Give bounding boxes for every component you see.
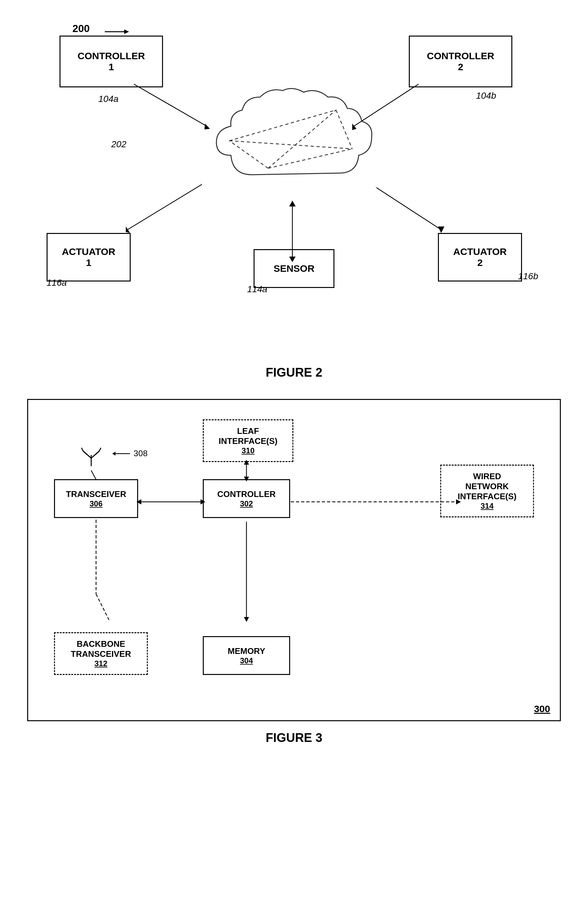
ref-114a: 114a xyxy=(247,284,267,294)
figure3-diagram: 308 LEAF INTERFACE(S) 310 TRANSCEIVER 30… xyxy=(27,399,561,721)
ref-202: 202 xyxy=(111,139,127,149)
sensor-box: SENSOR xyxy=(254,249,334,288)
svg-line-8 xyxy=(134,84,207,126)
ref-104a: 104a xyxy=(98,94,118,104)
controller302-box: CONTROLLER 302 xyxy=(203,479,290,518)
controller1-box: CONTROLLER 1 xyxy=(60,36,163,87)
actuator2-box: ACTUATOR 2 xyxy=(438,233,522,281)
svg-marker-1 xyxy=(124,29,129,34)
ref-116a: 116a xyxy=(47,278,67,288)
svg-line-28 xyxy=(81,448,83,451)
svg-line-20 xyxy=(376,188,441,230)
fig3-layout: 308 LEAF INTERFACE(S) 310 TRANSCEIVER 30… xyxy=(44,419,544,694)
page: 200 CONTROLLER 1 CONTROLLER 2 ACTUATOR 1… xyxy=(0,0,588,784)
ref-104b: 104b xyxy=(476,90,496,101)
ref-116b: 116b xyxy=(518,271,538,281)
svg-marker-16 xyxy=(199,182,204,187)
svg-line-26 xyxy=(83,451,87,455)
svg-line-14 xyxy=(127,184,202,230)
svg-marker-9 xyxy=(204,124,210,129)
transceiver-box: TRANSCEIVER 306 xyxy=(54,479,138,518)
arrow-308 xyxy=(112,450,132,457)
network-cloud xyxy=(213,84,375,197)
svg-marker-21 xyxy=(438,227,444,233)
svg-line-29 xyxy=(99,448,101,451)
leaf-interface-box: LEAF INTERFACE(S) 310 xyxy=(203,419,293,462)
controller2-box: CONTROLLER 2 xyxy=(409,36,512,87)
memory-box: MEMORY 304 xyxy=(203,636,290,675)
svg-marker-42 xyxy=(244,617,249,622)
svg-line-27 xyxy=(95,451,99,455)
svg-marker-31 xyxy=(112,452,116,456)
wired-network-box: WIRED NETWORK INTERFACE(S) 314 xyxy=(440,465,534,518)
ref-308-label: 308 xyxy=(112,448,147,459)
backbone-transceiver-box: BACKBONE TRANSCEIVER 312 xyxy=(54,632,148,675)
svg-line-32 xyxy=(91,470,96,479)
ref-200: 200 xyxy=(73,23,90,35)
actuator1-box: ACTUATOR 1 xyxy=(47,233,131,281)
svg-line-44 xyxy=(96,594,109,620)
svg-marker-15 xyxy=(126,227,130,233)
figure2-caption: FIGURE 2 xyxy=(26,366,562,379)
ref-300: 300 xyxy=(534,703,550,714)
antenna-icon xyxy=(80,445,103,469)
figure3-caption: FIGURE 3 xyxy=(26,731,562,745)
svg-marker-18 xyxy=(289,201,296,206)
figure2-diagram: 200 CONTROLLER 1 CONTROLLER 2 ACTUATOR 1… xyxy=(27,19,561,359)
